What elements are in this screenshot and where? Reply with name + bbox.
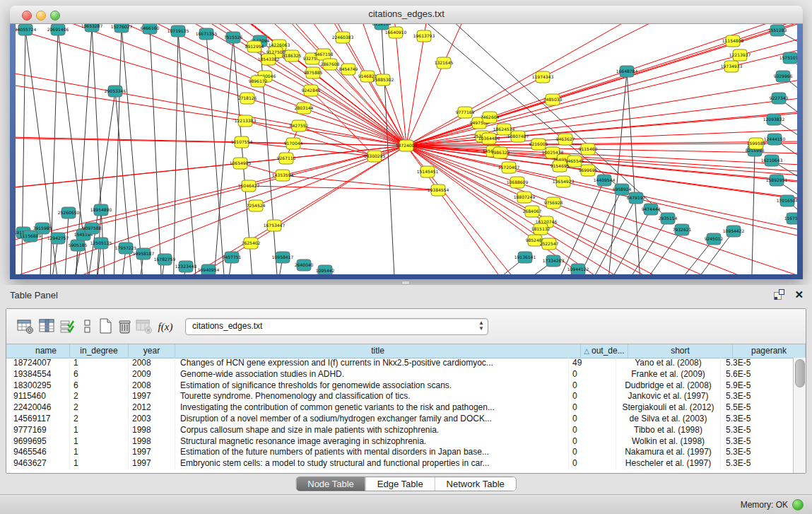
graph-node[interactable]: 18954890	[90, 204, 112, 216]
graph-node[interactable]: 15276027	[111, 24, 133, 33]
table-row[interactable]: 977716911998Corpus callosum shape and si…	[6, 425, 794, 436]
graph-node[interactable]: 2522547	[540, 238, 559, 250]
graph-node[interactable]: 7462604	[481, 112, 500, 123]
graph-node[interactable]: 9097588	[83, 223, 102, 234]
network-view[interactable]: 2405572420691406106532871527602764661601…	[16, 24, 797, 274]
graph-edge-black[interactable]	[150, 28, 163, 274]
graph-node[interactable]: 6216005	[529, 139, 548, 150]
table-cell[interactable]: 5.3E-5	[721, 358, 794, 369]
graph-node[interactable]: 15720407	[498, 162, 520, 173]
table-row[interactable]: 2242004622012Investigating the contribut…	[6, 402, 794, 414]
table-cell[interactable]: Investigating the contribution of common…	[175, 402, 569, 414]
graph-node[interactable]: 9329966	[774, 71, 793, 82]
table-cell[interactable]: Tourette syndrome. Phenomenology and cla…	[175, 391, 569, 402]
graph-node[interactable]: 10654985	[230, 158, 252, 169]
graph-edge-black[interactable]	[579, 198, 636, 274]
table-cell[interactable]: 2008	[129, 358, 175, 369]
table-cell[interactable]: 19384554	[6, 369, 70, 380]
tab-node-table[interactable]: Node Table	[296, 477, 365, 491]
table-cell[interactable]: 9699695	[6, 436, 70, 448]
table-cell[interactable]: Yano et al. (2008)	[616, 358, 721, 369]
graph-node[interactable]: 9699695	[579, 165, 598, 176]
table-cell[interactable]: 5.6E-5	[721, 369, 794, 380]
graph-node[interactable]: 9875885	[304, 67, 323, 78]
graph-node[interactable]: 16671355	[196, 28, 218, 40]
graph-edge-black[interactable]	[92, 26, 106, 274]
table-cell[interactable]: 9463627	[6, 458, 70, 469]
graph-node[interactable]: 7515526	[224, 32, 243, 43]
graph-edge-red[interactable]	[249, 186, 438, 190]
graph-node[interactable]: 9170044	[284, 138, 303, 149]
graph-node[interactable]: 9777169	[456, 107, 475, 118]
table-cell[interactable]: Stergiakouli et al. (2012)	[616, 402, 721, 414]
table-cell[interactable]: 0	[569, 425, 616, 436]
function-builder-icon[interactable]: f(x)	[156, 317, 175, 336]
row-height-icon[interactable]	[78, 317, 97, 336]
table-cell[interactable]: 1998	[129, 436, 175, 448]
graph-node[interactable]: 9154695	[551, 160, 570, 172]
table-cell[interactable]: 9465546	[6, 447, 70, 458]
graph-node[interactable]: 10653287	[81, 24, 103, 32]
table-cell[interactable]: 9777169	[6, 425, 70, 436]
graph-edge-red[interactable]	[245, 121, 375, 156]
network-canvas[interactable]: 2405572420691406106532871527602764661601…	[16, 24, 797, 274]
table-cell[interactable]: 1	[70, 447, 129, 458]
graph-node[interactable]: 10940954	[198, 264, 220, 274]
table-cell[interactable]: 0	[569, 391, 616, 402]
graph-node[interactable]: 22460383	[332, 32, 354, 43]
table-cell[interactable]: 1	[70, 358, 129, 369]
graph-node[interactable]: 10719135	[167, 25, 189, 37]
graph-node[interactable]: 12942757	[47, 233, 69, 244]
table-cell[interactable]: Dudbridge et al. (2008)	[616, 380, 721, 392]
graph-node[interactable]: 10107554	[231, 136, 253, 148]
table-cell[interactable]: 1997	[129, 391, 175, 402]
table-row[interactable]: 946362711997Embryonic stem cells: a mode…	[6, 458, 794, 469]
graph-node[interactable]: 2803144	[295, 103, 314, 114]
graph-node[interactable]: 12213937	[729, 49, 751, 61]
graph-node[interactable]: 7986322	[491, 147, 510, 158]
graph-node[interactable]: 7625402	[242, 238, 261, 249]
table-cell[interactable]: 0	[569, 402, 616, 414]
graph-node[interactable]: 29053346	[105, 86, 126, 97]
graph-edge-black[interactable]	[206, 34, 226, 274]
tab-edge-table[interactable]: Edge Table	[365, 477, 435, 491]
close-panel-icon[interactable]: ✕	[794, 289, 804, 300]
table-cell[interactable]: 2008	[129, 380, 175, 392]
graph-node[interactable]: 16753447	[264, 220, 286, 231]
table-cell[interactable]: 5.3E-5	[721, 414, 794, 425]
table-cell[interactable]: Estimation of the future numbers of pati…	[175, 447, 569, 458]
graph-edge-black[interactable]	[661, 239, 714, 274]
table-cell[interactable]: 0	[569, 369, 616, 380]
panel-divider[interactable]	[0, 279, 812, 285]
graph-node[interactable]: 15145451	[417, 166, 439, 177]
table-settings-icon[interactable]	[16, 317, 35, 336]
select-all-rows-icon[interactable]	[59, 317, 77, 336]
table-select-dropdown[interactable]: citations_edges.txt ▲▼	[185, 318, 488, 335]
column-header-year[interactable]: year	[129, 344, 175, 358]
graph-node[interactable]: 25260650	[58, 207, 80, 218]
table-cell[interactable]: Jankovic et al. (1997)	[616, 391, 721, 402]
table-cell[interactable]: 5.5E-5	[721, 402, 794, 414]
table-cell[interactable]: 18724007	[6, 358, 70, 369]
graph-node[interactable]: 12213383	[235, 115, 257, 127]
table-cell[interactable]: 1	[70, 425, 129, 436]
table-cell[interactable]: 5.3E-5	[721, 425, 794, 436]
table-row[interactable]: 1872400712008Changes of HCN gene express…	[6, 358, 794, 369]
table-cell[interactable]: 0	[569, 380, 616, 392]
graph-node[interactable]: 7932621	[673, 224, 692, 235]
table-cell[interactable]: 2003	[129, 414, 175, 425]
table-cell[interactable]: Wolkin et al. (1998)	[616, 436, 721, 448]
delete-column-icon[interactable]	[135, 317, 153, 336]
graph-node[interactable]: 19136141	[514, 252, 536, 263]
graph-node[interactable]: 5958924	[613, 184, 632, 195]
table-cell[interactable]: 6	[70, 380, 129, 392]
table-cell[interactable]: Corpus callosum shape and size in male p…	[175, 425, 569, 436]
graph-node[interactable]: 12323448	[175, 261, 197, 272]
table-cell[interactable]: Estimation of significance thresholds fo…	[175, 380, 569, 392]
table-cell[interactable]: Hescheler et al. (1997)	[616, 458, 721, 469]
graph-node[interactable]: 9474444	[642, 204, 661, 215]
table-cell[interactable]: 5.3E-5	[721, 447, 794, 458]
graph-node[interactable]: 5905185	[69, 240, 88, 251]
graph-node[interactable]: 2684067	[523, 206, 542, 217]
graph-node[interactable]: 1167530	[784, 213, 797, 224]
